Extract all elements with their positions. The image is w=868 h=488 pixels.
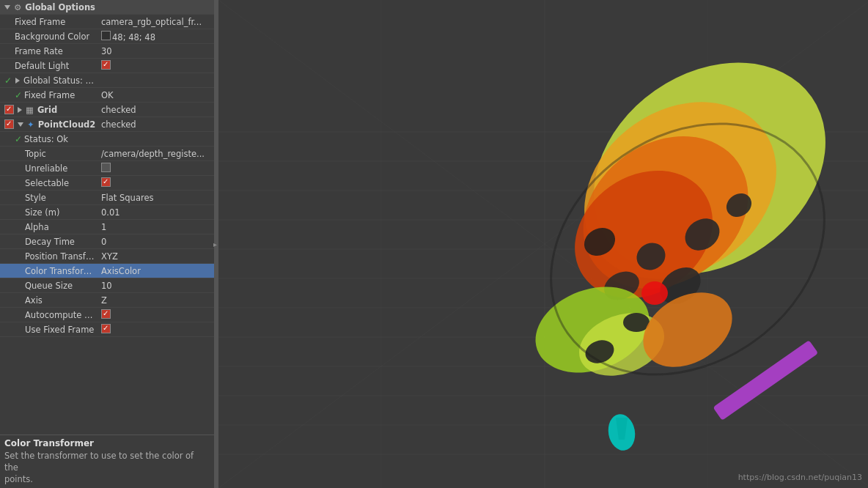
tree-row-unreliable[interactable]: Unreliable bbox=[0, 161, 214, 176]
gear-icon-symbol: ⚙ bbox=[14, 2, 21, 12]
tree-name-color-transformer: Color Transformer bbox=[1, 266, 97, 276]
tree-row-style[interactable]: StyleFlat Squares bbox=[0, 191, 214, 205]
main-layout: ⚙Global OptionsFixed Framecamera_rgb_opt… bbox=[0, 0, 868, 488]
value-default-light bbox=[97, 60, 213, 72]
svg-point-34 bbox=[623, 313, 650, 332]
tree-name-background-color: Background Color bbox=[1, 32, 97, 42]
label-decay-time: Decay Time bbox=[25, 237, 75, 247]
value-fixed-frame: camera_rgb_optical_fr... bbox=[97, 17, 213, 27]
tree-row-selectable[interactable]: Selectable bbox=[0, 176, 214, 191]
tree-row-grid[interactable]: ▦Gridchecked bbox=[0, 103, 214, 117]
tree-name-fixed-frame: Fixed Frame bbox=[1, 17, 97, 27]
value-frame-rate: 30 bbox=[97, 46, 213, 56]
tree-row-frame-rate[interactable]: Frame Rate30 bbox=[0, 44, 214, 59]
checkbox-value-use-fixed-frame[interactable] bbox=[101, 324, 111, 333]
value-style: Flat Squares bbox=[97, 193, 213, 203]
expand-arrow bbox=[18, 122, 23, 127]
value-pointcloud2: checked bbox=[97, 119, 213, 130]
label-fixed-frame: Fixed Frame bbox=[15, 17, 65, 27]
value-autocompute-val bbox=[97, 309, 213, 321]
tree-row-alpha[interactable]: Alpha1 bbox=[0, 220, 214, 234]
watermark: https://blog.csdn.net/puqian13 bbox=[738, 473, 862, 482]
tree-row-global-status[interactable]: ✓Global Status: Ok bbox=[0, 73, 214, 88]
checkbox-value-unreliable[interactable] bbox=[101, 163, 111, 172]
tree-name-size-m: Size (m) bbox=[1, 207, 97, 218]
color-value-background-color: 48; 48; 48 bbox=[112, 32, 155, 42]
tree-row-color-transformer[interactable]: Color TransformerAxisColor bbox=[0, 264, 214, 278]
tree-name-position-transform: Position Transfor... bbox=[1, 251, 97, 262]
value-axis: Z bbox=[97, 295, 213, 306]
label-alpha: Alpha bbox=[25, 222, 49, 232]
tree-name-global-status: ✓Global Status: Ok bbox=[1, 75, 97, 86]
value-position-transform: XYZ bbox=[97, 251, 213, 262]
value-color-transformer: AxisColor bbox=[97, 266, 213, 276]
tree-row-topic[interactable]: Topic/camera/depth_registe... bbox=[0, 147, 214, 161]
value-selectable bbox=[97, 177, 213, 189]
tree-name-use-fixed-frame: Use Fixed Frame bbox=[1, 325, 97, 335]
property-tree[interactable]: ⚙Global OptionsFixed Framecamera_rgb_opt… bbox=[0, 0, 214, 435]
label-frame-rate: Frame Rate bbox=[15, 46, 63, 56]
tree-row-pointcloud2[interactable]: ✦PointCloud2checked bbox=[0, 117, 214, 132]
label-color-transformer: Color Transformer bbox=[25, 266, 97, 276]
tree-name-pointcloud2: ✦PointCloud2 bbox=[1, 119, 97, 130]
label-global-options-header: Global Options bbox=[25, 2, 95, 12]
expand-arrow bbox=[15, 78, 20, 84]
pointcloud-icon: ✦ bbox=[27, 119, 34, 130]
value-alpha: 1 bbox=[97, 222, 213, 232]
value-decay-time: 0 bbox=[97, 237, 213, 247]
tree-row-size-m[interactable]: Size (m)0.01 bbox=[0, 205, 214, 220]
tree-row-background-color[interactable]: Background Color48; 48; 48 bbox=[0, 29, 214, 44]
svg-rect-17 bbox=[713, 340, 818, 421]
tree-row-use-fixed-frame[interactable]: Use Fixed Frame bbox=[0, 322, 214, 337]
color-swatch bbox=[101, 31, 111, 40]
value-queue-size: 10 bbox=[97, 281, 213, 291]
tree-name-fixed-frame-status: ✓Fixed Frame bbox=[1, 90, 97, 100]
value-topic: /camera/depth_registe... bbox=[97, 149, 213, 159]
tree-name-style: Style bbox=[1, 193, 97, 203]
value-size-m: 0.01 bbox=[97, 207, 213, 218]
tree-name-unreliable: Unreliable bbox=[1, 163, 97, 174]
tree-row-fixed-frame-status[interactable]: ✓Fixed FrameOK bbox=[0, 88, 214, 103]
gear-icon bbox=[4, 5, 10, 10]
value-background-color: 48; 48; 48 bbox=[97, 31, 213, 42]
tree-row-decay-time[interactable]: Decay Time0 bbox=[0, 234, 214, 249]
tree-row-axis[interactable]: AxisZ bbox=[0, 293, 214, 308]
status-ok-icon: ✓ bbox=[15, 134, 22, 144]
tree-name-frame-rate: Frame Rate bbox=[1, 46, 97, 56]
status-check-icon: ✓ bbox=[15, 90, 22, 100]
tree-row-fixed-frame[interactable]: Fixed Framecamera_rgb_optical_fr... bbox=[0, 15, 214, 29]
expand-arrow bbox=[18, 107, 22, 113]
label-default-light: Default Light bbox=[15, 61, 69, 71]
label-fixed-frame-status: Fixed Frame bbox=[24, 90, 75, 100]
tree-name-topic: Topic bbox=[1, 149, 97, 159]
left-panel: ⚙Global OptionsFixed Framecamera_rgb_opt… bbox=[0, 0, 215, 488]
label-axis: Axis bbox=[25, 295, 43, 306]
tree-row-global-options-header[interactable]: ⚙Global Options bbox=[0, 0, 214, 15]
svg-point-30 bbox=[641, 281, 668, 305]
value-fixed-frame-status: OK bbox=[97, 90, 213, 100]
checkbox-value-default-light[interactable] bbox=[101, 60, 111, 70]
tree-name-grid: ▦Grid bbox=[1, 105, 97, 115]
checkbox-value-selectable[interactable] bbox=[101, 177, 111, 187]
grid-icon: ▦ bbox=[26, 105, 34, 115]
tree-row-pc-status-ok[interactable]: ✓Status: Ok bbox=[0, 132, 214, 147]
checkbox-value-autocompute-val[interactable] bbox=[101, 309, 111, 319]
label-pc-status-ok: Status: Ok bbox=[24, 134, 68, 144]
checkbox-pointcloud2[interactable] bbox=[4, 119, 14, 129]
checkbox-grid[interactable] bbox=[4, 105, 14, 114]
tree-name-global-options-header: ⚙Global Options bbox=[1, 2, 97, 12]
tree-name-axis: Axis bbox=[1, 295, 97, 306]
pointcloud-visualization bbox=[475, 22, 868, 462]
tree-row-default-light[interactable]: Default Light bbox=[0, 59, 214, 73]
main-3d-view[interactable]: https://blog.csdn.net/puqian13 bbox=[218, 0, 868, 488]
value-unreliable bbox=[97, 163, 213, 174]
value-grid: checked bbox=[97, 105, 213, 115]
info-bar: Color Transformer Set the transformer to… bbox=[0, 435, 214, 488]
tree-row-position-transform[interactable]: Position Transfor...XYZ bbox=[0, 249, 214, 264]
status-ok-icon: ✓ bbox=[4, 75, 12, 86]
tree-name-autocompute-val: Autocompute Val... bbox=[1, 310, 97, 320]
tree-name-decay-time: Decay Time bbox=[1, 237, 97, 247]
tree-row-queue-size[interactable]: Queue Size10 bbox=[0, 278, 214, 293]
tree-row-autocompute-val[interactable]: Autocompute Val... bbox=[0, 308, 214, 322]
tree-name-queue-size: Queue Size bbox=[1, 281, 97, 291]
